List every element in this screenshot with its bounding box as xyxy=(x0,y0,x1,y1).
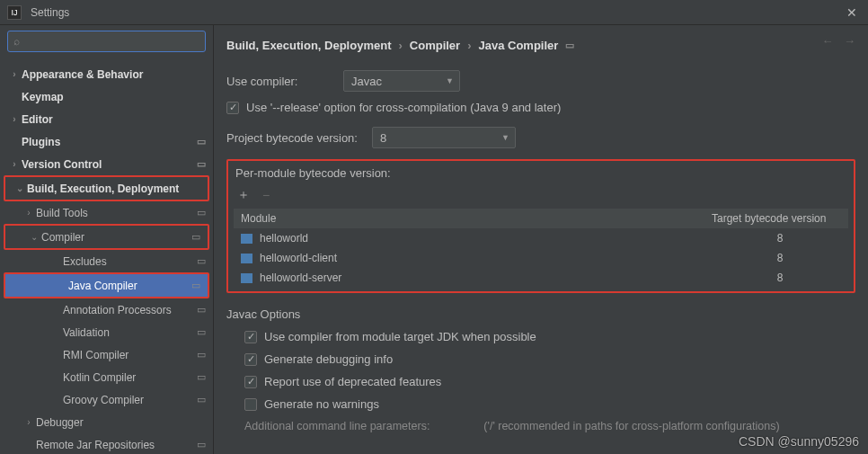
window-title: Settings xyxy=(31,6,69,19)
opt-use-module-jdk-checkbox[interactable] xyxy=(244,331,257,343)
chevron-down-icon: ▼ xyxy=(501,133,509,142)
project-scope-icon: ▭ xyxy=(197,304,206,316)
tree-item-label: Build Tools xyxy=(36,207,193,219)
opt-no-warnings-checkbox[interactable] xyxy=(244,398,257,411)
table-row[interactable]: helloworld-client8 xyxy=(234,248,848,268)
search-icon: ⌕ xyxy=(13,35,20,48)
tree-item-editor[interactable]: ›Editor xyxy=(0,108,213,130)
additional-params-hint: ('/' recommended in paths for cross-plat… xyxy=(483,420,779,432)
tree-item-excludes[interactable]: Excludes▭ xyxy=(0,250,213,272)
use-compiler-label: Use compiler: xyxy=(226,75,343,88)
tree-item-plugins[interactable]: Plugins▭ xyxy=(0,130,213,153)
breadcrumb-part[interactable]: Java Compiler xyxy=(479,39,559,52)
app-icon: IJ xyxy=(7,5,22,20)
table-row[interactable]: helloworld-server8 xyxy=(234,268,848,288)
table-row[interactable]: helloworld8 xyxy=(234,228,848,248)
tree-item-label: Remote Jar Repositories xyxy=(36,439,193,451)
module-icon xyxy=(241,254,252,263)
breadcrumb-sep: › xyxy=(398,39,402,52)
project-bytecode-select[interactable]: 8 ▼ xyxy=(372,127,516,148)
title-bar: IJ Settings ✕ xyxy=(0,0,868,25)
javac-options-title: Javac Options xyxy=(226,307,855,321)
tree-item-label: Build, Execution, Deployment xyxy=(27,182,200,195)
compiler-select[interactable]: Javac ▼ xyxy=(343,70,460,92)
project-scope-icon: ▭ xyxy=(197,326,206,338)
additional-params-label: Additional command line parameters: xyxy=(244,420,430,432)
opt-label: Report use of deprecated features xyxy=(264,375,441,388)
tree-item-debugger[interactable]: ›Debugger xyxy=(0,411,213,433)
tree-item-keymap[interactable]: Keymap xyxy=(0,85,213,108)
search-input-wrapper[interactable]: ⌕ xyxy=(7,31,206,52)
project-scope-icon: ▭ xyxy=(197,439,206,450)
tree-item-label: Debugger xyxy=(36,416,206,429)
tree-item-label: Annotation Processors xyxy=(63,304,193,316)
tree-item-appearance-behavior[interactable]: ›Appearance & Behavior xyxy=(0,63,213,85)
chevron-icon: › xyxy=(23,417,34,427)
module-icon xyxy=(241,273,252,283)
module-name: helloworld-client xyxy=(260,252,337,264)
module-name: helloworld xyxy=(260,232,308,245)
per-module-section: Per-module bytecode version: ＋ − Module … xyxy=(226,159,855,293)
breadcrumb-part[interactable]: Compiler xyxy=(410,39,460,52)
tree-item-label: Excludes xyxy=(63,255,193,268)
project-scope-icon: ▭ xyxy=(565,40,574,51)
chevron-down-icon: ▼ xyxy=(446,76,454,85)
tree-item-groovy-compiler[interactable]: Groovy Compiler▭ xyxy=(0,388,213,411)
tree-item-label: Java Compiler xyxy=(68,280,188,292)
tree-item-label: Keymap xyxy=(22,91,206,103)
tree-item-java-compiler[interactable]: Java Compiler▭ xyxy=(5,274,208,297)
chevron-icon: › xyxy=(9,69,20,79)
tree-item-annotation-processors[interactable]: Annotation Processors▭ xyxy=(0,298,213,321)
tree-item-label: Plugins xyxy=(22,136,193,148)
project-scope-icon: ▭ xyxy=(191,231,200,243)
tree-item-label: Editor xyxy=(22,113,206,126)
chevron-icon: › xyxy=(9,114,20,124)
module-name: helloworld-server xyxy=(260,272,341,284)
bytecode-version-cell[interactable]: 8 xyxy=(712,232,848,245)
module-icon xyxy=(241,234,252,244)
search-input[interactable] xyxy=(23,35,199,48)
tree-item-rmi-compiler[interactable]: RMI Compiler▭ xyxy=(0,343,213,366)
opt-deprecated-checkbox[interactable] xyxy=(244,376,257,388)
watermark: CSDN @sunny05296 xyxy=(739,434,859,449)
breadcrumb-sep: › xyxy=(467,39,471,52)
settings-tree[interactable]: ›Appearance & BehaviorKeymap›EditorPlugi… xyxy=(0,58,213,454)
chevron-icon: › xyxy=(9,159,20,169)
tree-item-version-control[interactable]: ›Version Control▭ xyxy=(0,153,213,175)
close-icon[interactable]: ✕ xyxy=(843,2,861,23)
project-bytecode-value: 8 xyxy=(380,131,386,145)
breadcrumb-nav-arrows: ← → xyxy=(814,34,855,48)
chevron-icon: › xyxy=(23,208,34,218)
opt-label: Use compiler from module target JDK when… xyxy=(264,330,536,343)
forward-icon[interactable]: → xyxy=(844,34,855,48)
tree-item-label: Appearance & Behavior xyxy=(22,68,206,81)
content-panel: ← → Build, Execution, Deployment › Compi… xyxy=(214,25,868,454)
opt-label: Generate debugging info xyxy=(264,352,393,366)
tree-item-label: RMI Compiler xyxy=(63,349,193,361)
release-option-checkbox[interactable] xyxy=(226,102,239,114)
tree-item-label: Version Control xyxy=(22,158,193,171)
remove-module-button[interactable]: − xyxy=(262,188,270,202)
bytecode-version-cell[interactable]: 8 xyxy=(712,252,848,264)
compiler-value: Javac xyxy=(351,75,382,88)
project-scope-icon: ▭ xyxy=(197,349,206,361)
col-target-header: Target bytecode version xyxy=(712,212,848,225)
project-bytecode-label: Project bytecode version: xyxy=(226,131,372,145)
bytecode-version-cell[interactable]: 8 xyxy=(712,272,848,284)
breadcrumb-part[interactable]: Build, Execution, Deployment xyxy=(226,39,391,52)
project-scope-icon: ▭ xyxy=(197,255,206,267)
tree-item-validation[interactable]: Validation▭ xyxy=(0,321,213,343)
tree-item-build-tools[interactable]: ›Build Tools▭ xyxy=(0,201,213,224)
project-scope-icon: ▭ xyxy=(197,158,206,170)
tree-item-kotlin-compiler[interactable]: Kotlin Compiler▭ xyxy=(0,366,213,388)
project-scope-icon: ▭ xyxy=(197,207,206,218)
opt-debug-info-checkbox[interactable] xyxy=(244,353,257,366)
tree-item-remote-jar-repositories[interactable]: Remote Jar Repositories▭ xyxy=(0,433,213,454)
back-icon[interactable]: ← xyxy=(821,34,833,48)
add-module-button[interactable]: ＋ xyxy=(237,187,250,203)
release-option-label: Use '--release' option for cross-compila… xyxy=(246,101,561,114)
project-scope-icon: ▭ xyxy=(191,280,200,291)
breadcrumb: Build, Execution, Deployment › Compiler … xyxy=(226,32,855,58)
tree-item-build-execution-deployment[interactable]: ⌄Build, Execution, Deployment xyxy=(5,177,208,200)
tree-item-compiler[interactable]: ⌄Compiler▭ xyxy=(5,226,208,248)
